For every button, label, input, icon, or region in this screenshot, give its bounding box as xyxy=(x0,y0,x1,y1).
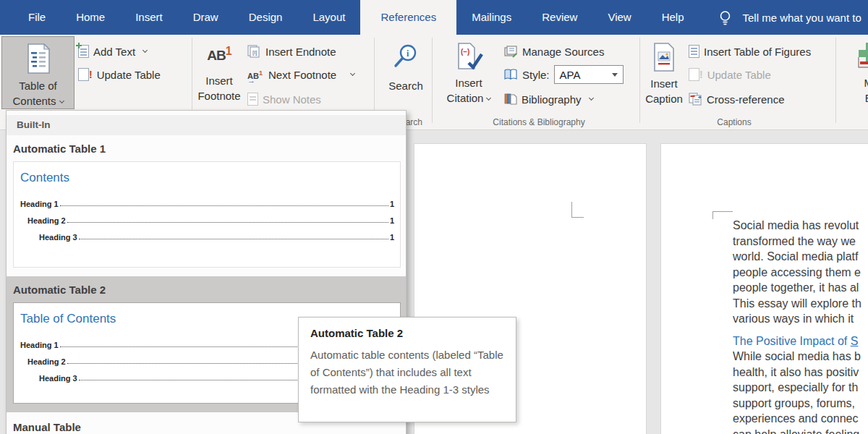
update-table-captions-label: Update Table xyxy=(707,69,771,81)
toc-preview-row: Heading 21 xyxy=(20,208,394,225)
insert-citation-icon: (–) xyxy=(454,43,483,72)
document-line: Social media has revolut xyxy=(733,218,868,234)
tab-help[interactable]: Help xyxy=(647,0,699,35)
cross-reference-button[interactable]: Cross-reference xyxy=(689,90,785,109)
search-icon: i xyxy=(392,42,420,69)
insert-endnote-label: Insert Endnote xyxy=(265,46,336,58)
document-text[interactable]: Social media has revolut transformed the… xyxy=(733,218,868,434)
insert-table-of-figures-label: Insert Table of Figures xyxy=(704,46,811,58)
insert-table-of-figures-icon xyxy=(689,45,699,58)
next-footnote-icon: AB1→ xyxy=(247,69,263,80)
style-icon xyxy=(504,69,518,81)
tab-layout[interactable]: Layout xyxy=(297,0,360,35)
chevron-down-icon xyxy=(589,95,594,101)
svg-text:[i]: [i] xyxy=(252,49,257,56)
style-select[interactable]: APA xyxy=(554,65,624,84)
tooltip-body: Automatic table contents (labeled “Table… xyxy=(310,346,504,399)
tooltip-title: Automatic Table 2 xyxy=(310,327,504,339)
citations-group-label: Citations & Bibliography xyxy=(467,117,611,127)
tell-me-label: Tell me what you want to xyxy=(743,12,861,24)
document-line: support, especially for th xyxy=(733,380,868,396)
manage-sources-button[interactable]: Manage Sources xyxy=(504,42,604,61)
insert-endnote-button[interactable]: [i] Insert Endnote xyxy=(247,42,336,61)
bibliography-icon xyxy=(504,93,517,106)
insert-caption-button[interactable]: Insert Caption xyxy=(642,36,686,109)
gallery-item-automatic-table-1[interactable]: Automatic Table 1 Contents Heading 11 He… xyxy=(7,135,406,276)
insert-citation-button[interactable]: (–) Insert Citation xyxy=(438,36,500,109)
next-footnote-button[interactable]: AB1→ Next Footnote xyxy=(247,65,354,84)
document-line: This essay will explore th xyxy=(733,296,868,312)
style-row: Style: APA xyxy=(504,65,624,84)
search-label: Search xyxy=(388,78,423,93)
tab-references[interactable]: References xyxy=(360,0,456,35)
mark-entry-button[interactable]: Ma En xyxy=(843,36,868,109)
toc-preview-row: Heading 11 xyxy=(20,192,394,208)
group-separator xyxy=(639,38,640,123)
document-line: various ways in which it xyxy=(733,311,868,327)
tab-review[interactable]: Review xyxy=(527,0,592,35)
add-text-button[interactable]: Add Text xyxy=(78,42,147,61)
update-table-captions-button: ! Update Table xyxy=(689,65,771,84)
insert-citation-label-1: Insert xyxy=(455,75,482,90)
document-line: can help alleviate feeling xyxy=(733,427,868,434)
document-line: support groups, forums, xyxy=(733,396,868,412)
tab-file[interactable]: File xyxy=(13,0,61,35)
update-table-label: Update Table xyxy=(97,69,161,81)
document-heading-link[interactable]: S xyxy=(851,335,859,347)
combo-arrow-icon xyxy=(612,73,618,77)
style-label: Style: xyxy=(522,69,550,81)
tab-draw[interactable]: Draw xyxy=(178,0,234,35)
document-line: transformed the way we xyxy=(733,234,868,250)
insert-caption-icon xyxy=(652,43,676,72)
insert-table-of-figures-button[interactable]: Insert Table of Figures xyxy=(689,42,811,61)
insert-footnote-button[interactable]: AB1 Insert Footnote xyxy=(195,36,243,109)
update-table-button[interactable]: ! Update Table xyxy=(78,65,161,84)
add-text-label: Add Text xyxy=(93,46,135,58)
manage-sources-label: Manage Sources xyxy=(522,46,604,58)
document-section-heading: The Positive Impact of S xyxy=(733,333,868,349)
tab-view[interactable]: View xyxy=(592,0,646,35)
add-text-icon xyxy=(78,45,89,58)
show-notes-button: Show Notes xyxy=(247,90,321,109)
lightbulb-icon xyxy=(718,10,732,25)
table-of-contents-button[interactable]: Table of Contents xyxy=(1,36,75,109)
mark-entry-icon xyxy=(857,43,868,72)
show-notes-label: Show Notes xyxy=(263,93,321,106)
bibliography-label: Bibliography xyxy=(522,93,582,106)
toc-preview-row: Heading 31 xyxy=(20,225,394,242)
group-separator xyxy=(432,38,433,123)
insert-footnote-label-1: Insert xyxy=(205,73,233,88)
chevron-down-icon xyxy=(59,98,64,103)
table-of-contents-icon xyxy=(25,43,51,74)
group-separator xyxy=(835,38,836,123)
tab-mailings[interactable]: Mailings xyxy=(456,0,527,35)
tell-me-box[interactable]: Tell me what you want to xyxy=(718,0,861,35)
gallery-section-header: Built-In xyxy=(7,115,406,135)
document-line: health, it also has positiv xyxy=(733,365,868,380)
tab-home[interactable]: Home xyxy=(61,0,120,35)
style-value: APA xyxy=(560,69,581,81)
next-footnote-label: Next Footnote xyxy=(268,69,336,81)
insert-footnote-icon: AB1 xyxy=(207,45,231,64)
bibliography-button[interactable]: Bibliography xyxy=(504,90,593,109)
dot-leader xyxy=(79,239,388,239)
insert-footnote-label-2: Footnote xyxy=(197,88,240,103)
dot-leader xyxy=(60,205,388,206)
gallery-item-title: Automatic Table 1 xyxy=(13,142,401,155)
toc-preview-card: Contents Heading 11 Heading 21 Heading 3… xyxy=(13,161,401,268)
tab-design[interactable]: Design xyxy=(234,0,298,35)
dot-leader xyxy=(67,222,388,223)
mark-entry-label-2: En xyxy=(865,90,868,106)
document-line: While social media has b xyxy=(733,349,868,365)
search-button[interactable]: i Search xyxy=(379,36,433,109)
update-table-disabled-icon: ! xyxy=(689,68,703,81)
insert-citation-label-2: Citation xyxy=(447,90,491,106)
chevron-down-icon xyxy=(142,48,148,53)
chevron-down-icon xyxy=(350,71,355,76)
gallery-item-title: Automatic Table 2 xyxy=(13,284,401,296)
document-line: people accessing them e xyxy=(733,265,868,281)
captions-group-label: Captions xyxy=(698,117,770,127)
tab-insert[interactable]: Insert xyxy=(120,0,178,35)
ribbon-tab-bar: File Home Insert Draw Design Layout Refe… xyxy=(0,0,868,35)
insert-caption-label-1: Insert xyxy=(650,76,678,91)
